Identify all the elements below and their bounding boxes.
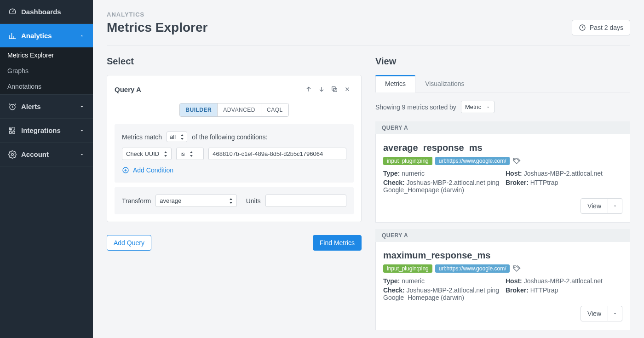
chevron-down-icon	[79, 128, 85, 133]
main-content: ANALYTICS Metrics Explorer Past 2 days S…	[93, 0, 644, 338]
tab-metrics[interactable]: Metrics	[375, 75, 415, 92]
metric-broker: Broker: HTTPtrap	[506, 286, 622, 301]
tab-caql[interactable]: CAQL	[261, 103, 288, 116]
condition-op-select[interactable]: is	[176, 148, 204, 160]
nav-label: Alerts	[21, 103, 41, 110]
conditions-box: Metrics match all of the following condi…	[115, 124, 354, 183]
bar-chart-icon	[8, 32, 17, 40]
metric-check: Check: Joshuas-MBP-2.attlocal.net ping G…	[383, 286, 500, 301]
view-metric-button[interactable]: View	[581, 306, 608, 321]
sidebar: Dashboards Analytics Metrics Explorer Gr…	[0, 0, 93, 338]
chevron-down-icon	[486, 105, 490, 109]
metric-tag-url[interactable]: url:https://www.google.com/	[435, 157, 510, 165]
metric-tag-url[interactable]: url:https://www.google.com/	[435, 264, 510, 273]
clock-icon	[579, 24, 586, 31]
sort-by-select[interactable]: Metric	[461, 101, 494, 113]
puzzle-icon	[8, 126, 17, 135]
match-mode-value: all	[170, 133, 176, 140]
metric-check: Check: Joshuas-MBP-2.attlocal.net ping G…	[383, 179, 500, 194]
metric-card: maximum_response_ms input_plugin:ping ur…	[375, 242, 630, 330]
transform-box: Transform average Units	[115, 187, 354, 214]
query-mode-tabs: BUILDER ADVANCED CAQL	[179, 103, 288, 117]
divider	[107, 46, 630, 46]
nav-label: Integrations	[21, 126, 61, 134]
tab-visualizations[interactable]: Visualizations	[415, 75, 474, 92]
metric-type: Type: numeric	[383, 170, 500, 177]
time-range-label: Past 2 days	[590, 24, 623, 31]
nav-dashboards[interactable]: Dashboards	[0, 0, 93, 23]
chevron-down-icon	[79, 152, 85, 157]
tab-advanced[interactable]: ADVANCED	[217, 103, 261, 116]
metric-card: average_response_ms input_plugin:ping ur…	[375, 134, 630, 223]
match-post-label: of the following conditions:	[192, 133, 267, 141]
clock-alert-icon	[8, 103, 17, 111]
nav-label: Account	[21, 150, 49, 158]
chevron-up-icon	[79, 33, 85, 39]
nav-graphs[interactable]: Graphs	[0, 63, 93, 79]
query-label: Query A	[115, 86, 141, 93]
tags-icon[interactable]	[512, 157, 521, 165]
svg-point-6	[515, 159, 516, 160]
remove-query-button[interactable]	[341, 83, 354, 96]
metric-type: Type: numeric	[383, 277, 500, 285]
add-query-label: Add Query	[114, 239, 144, 246]
nav-account[interactable]: Account	[0, 143, 93, 166]
nav-annotations[interactable]: Annotations	[0, 79, 93, 94]
add-condition-label: Add Condition	[133, 166, 173, 174]
move-up-button[interactable]	[302, 83, 315, 96]
match-pre-label: Metrics match	[122, 133, 162, 141]
transform-label: Transform	[122, 197, 151, 205]
units-input[interactable]	[265, 195, 346, 207]
nav-label: Dashboards	[21, 8, 61, 16]
nav-analytics[interactable]: Analytics	[0, 24, 93, 47]
gauge-icon	[8, 8, 17, 16]
metric-name: average_response_ms	[383, 143, 622, 153]
query-card: Query A	[107, 75, 362, 222]
svg-point-7	[515, 267, 516, 268]
view-metric-button[interactable]: View	[581, 198, 608, 214]
nav-label: Analytics	[21, 32, 52, 40]
condition-field-select[interactable]: Check UUID	[122, 148, 172, 160]
metric-tag-plugin[interactable]: input_plugin:ping	[383, 264, 432, 273]
breadcrumb: ANALYTICS	[107, 11, 630, 18]
select-caret-icon	[164, 151, 167, 157]
transform-value: average	[160, 197, 181, 204]
select-caret-icon	[229, 198, 233, 204]
units-label: Units	[246, 197, 261, 205]
metric-host: Host: Joshuas-MBP-2.attlocal.net	[506, 277, 622, 285]
view-metric-caret[interactable]	[608, 306, 622, 321]
add-condition-button[interactable]: Add Condition	[122, 166, 173, 174]
tab-builder[interactable]: BUILDER	[180, 103, 217, 116]
select-caret-icon	[190, 151, 193, 157]
metric-tag-plugin[interactable]: input_plugin:ping	[383, 157, 432, 165]
find-metrics-button[interactable]: Find Metrics	[313, 235, 362, 251]
transform-select[interactable]: average	[155, 195, 236, 207]
metric-host: Host: Joshuas-MBP-2.attlocal.net	[506, 170, 622, 177]
condition-value-input[interactable]	[208, 148, 346, 160]
tags-icon[interactable]	[512, 264, 521, 273]
view-tabs: Metrics Visualizations	[375, 75, 630, 92]
select-title: Select	[107, 56, 362, 67]
nav-integrations[interactable]: Integrations	[0, 119, 93, 142]
match-mode-select[interactable]: all	[167, 132, 187, 142]
plus-circle-icon	[122, 166, 129, 174]
sort-text: Showing 9 metrics sorted by	[375, 103, 456, 111]
duplicate-button[interactable]	[328, 83, 341, 96]
chevron-down-icon	[79, 104, 85, 109]
page-title: Metrics Explorer	[107, 20, 207, 35]
metric-broker: Broker: HTTPtrap	[506, 179, 622, 194]
select-caret-icon	[180, 134, 184, 140]
find-metrics-label: Find Metrics	[320, 239, 355, 246]
nav-metrics-explorer[interactable]: Metrics Explorer	[0, 47, 93, 63]
add-query-button[interactable]: Add Query	[107, 235, 151, 251]
gear-icon	[8, 150, 17, 159]
sort-by-value: Metric	[465, 103, 481, 110]
metric-group-header: QUERY A	[375, 121, 630, 134]
metric-group-header: QUERY A	[375, 229, 630, 242]
nav-alerts[interactable]: Alerts	[0, 95, 93, 118]
move-down-button[interactable]	[315, 83, 328, 96]
time-range-button[interactable]: Past 2 days	[572, 20, 630, 35]
metric-name: maximum_response_ms	[383, 250, 622, 261]
condition-op-value: is	[180, 150, 184, 157]
view-metric-caret[interactable]	[608, 198, 622, 214]
